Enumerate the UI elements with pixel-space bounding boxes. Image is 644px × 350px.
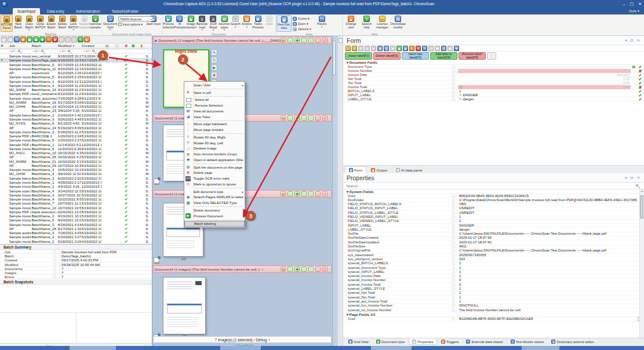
field-value-input[interactable]: M/d/yyyy <box>458 73 631 77</box>
thumbnails-scrollbar[interactable] <box>332 36 336 346</box>
form-toolbar-icon[interactable]: ✱ <box>435 46 440 51</box>
toolbar-icon[interactable]: ▢ <box>71 37 77 42</box>
ribbon-button[interactable]: ✱ Tasks Process <box>252 15 263 32</box>
ribbon-button[interactable]: ▣ Support request <box>79 15 90 32</box>
ribbon-button[interactable]: ▨ Actions ▾ <box>241 15 252 32</box>
view-option-button[interactable]: ▸ Cursor ▾ <box>293 16 314 21</box>
label-action-button[interactable]: Remove batch label[F5] <box>459 52 486 60</box>
table-row[interactable]: Sample workin... BatchName_2 6/10/2021 3… <box>0 235 152 239</box>
document-action-icon[interactable]: ✚ <box>294 191 300 196</box>
document-action-icon[interactable]: ▤ <box>281 267 286 272</box>
field-value-input[interactable]: ✎ danger <box>458 97 631 101</box>
form-toolbar-icon[interactable]: A <box>422 46 427 51</box>
ribbon-button[interactable]: ▤ ChronoScan credits <box>390 15 406 32</box>
ribbon-button[interactable]: ✘ Delete Batch <box>57 15 68 32</box>
document-action-icon[interactable]: ✚ <box>294 267 300 272</box>
thumbnail-tool-icon[interactable]: ▶ <box>211 64 217 71</box>
ribbon-button[interactable]: ▣ Lock BATCH ▾ <box>68 15 79 32</box>
table-row[interactable]: Sample invoic... BatchName_6 11/3/2022 6… <box>0 147 152 151</box>
table-row[interactable]: AP BatchName_26 10/7/2022 10:3... 5/19/2… <box>0 163 152 167</box>
scroll-up-icon[interactable]: ▲ <box>640 189 643 194</box>
field-value-input[interactable]: ▮ <box>458 89 631 93</box>
panel-tab[interactable]: ▦ Form <box>345 166 366 173</box>
batch-table-header[interactable]: ✱ Job Batch Modified ▼ Created ▤ ▢ ⊘ ▣ ▮ <box>0 43 152 49</box>
table-row[interactable]: Sample invoic... BatchName_3 9/26/2023 4… <box>0 117 152 121</box>
table-row[interactable]: Sample invoic... BatchName_4 5/18/2023 1… <box>0 130 152 134</box>
document-action-icon[interactable]: ▢ <box>315 267 321 272</box>
bottom-tab[interactable]: ▢ External data viewer <box>463 338 506 345</box>
table-row[interactable]: ► Sample invoic... DemoTags_batch1 9/18/… <box>0 58 152 62</box>
document-action-icon[interactable]: ↔ <box>288 191 293 196</box>
document-action-icon[interactable]: ↓ <box>301 38 307 43</box>
document-action-icon[interactable]: ∅ <box>322 115 328 121</box>
minimize-button[interactable]: – <box>623 2 625 6</box>
document4-header[interactable]: Document4 (1 images) (The field Invoice … <box>153 265 332 273</box>
table-row[interactable]: Sample invoic... BatchName_5 8/24/2021 1… <box>0 218 152 222</box>
table-row[interactable]: Sample invoic... BatchName_4 10/27/2021 … <box>0 193 152 197</box>
ribbon-button[interactable]: Y Search ▾ <box>230 15 241 32</box>
table-row[interactable]: Sample invoic... BatchName_5 9/12/2025 2… <box>0 75 152 79</box>
table-row[interactable]: Sample invoic... BatchName_3 8/18/2021 4… <box>0 223 152 227</box>
style-dropdown[interactable]: Style ▾ <box>629 9 639 13</box>
form-toolbar-icon[interactable]: ▸ <box>352 46 357 51</box>
menu-item[interactable]: ▧ Split the document on this page <box>184 165 245 170</box>
search-input[interactable] <box>345 183 624 189</box>
form-field-row[interactable]: LABEL_STYLE ▢ ✎ danger ✔ <box>343 97 644 101</box>
menu-item[interactable]: Batch labeling <box>184 221 245 227</box>
toolbar-icon[interactable]: ▢ <box>59 37 64 42</box>
document-action-icon[interactable]: ↑ <box>308 38 314 43</box>
menu-item[interactable]: ◪ View Titles <box>184 114 245 120</box>
view-option-button[interactable]: ✱ Options ▾ <box>293 27 314 31</box>
table-row[interactable]: Sample scan t... BatchName_4 3/14/2022 1… <box>0 189 152 193</box>
panel-window-tools[interactable]: ▾ ⊡ ✕ <box>625 173 641 183</box>
ribbon-button[interactable]: ● Download examples <box>90 15 101 32</box>
form-toolbar-icon[interactable]: ▢ <box>428 46 434 51</box>
document-action-icon[interactable]: ∅ <box>322 267 328 272</box>
menu-item[interactable]: Remove Selection <box>184 103 245 108</box>
form-toolbar-icon[interactable]: ▴ <box>365 46 370 51</box>
form-toolbar-icon[interactable]: ◆ <box>447 46 453 51</box>
bottom-tab[interactable]: ▦ Grid View <box>345 338 372 345</box>
document-action-icon[interactable]: ↔ <box>288 115 293 121</box>
label-action-button[interactable]: batch has label[F3] <box>402 52 429 60</box>
view-option-button[interactable]: ◎ Zoom ▾ <box>293 21 314 26</box>
bottom-tab[interactable]: ◆ Dictionary actions editor <box>548 338 597 345</box>
panel-window-tools[interactable]: ▾ ⊡ ✕ <box>625 36 641 45</box>
panels-button[interactable]: ▢ Panels ▾ <box>315 15 329 32</box>
bottom-tab[interactable]: ✚ Triggers <box>438 338 463 345</box>
toolbar-icon[interactable]: ✘ <box>52 37 58 42</box>
ribbon-button[interactable]: A OCR Read ▾ <box>208 15 219 32</box>
table-row[interactable]: MJ_ANRM BatchName_16 5/17/2024 9:34... 5… <box>0 100 152 104</box>
table-row[interactable]: Sample invoic... BatchName_10 10/7/2021 … <box>0 206 152 210</box>
label-action-button[interactable]: Add label to batch[F4] <box>430 52 457 60</box>
table-row[interactable]: AP BatchName_25 10/10/2022 4:2... 5/19/2… <box>0 155 152 159</box>
toolbar-icon[interactable]: ✚ <box>39 37 45 42</box>
menu-item[interactable]: ▤ View all documents <box>184 108 245 114</box>
ribbon-tab[interactable]: Data entry <box>42 8 69 14</box>
document-action-icon[interactable]: ↔ <box>288 267 293 272</box>
document-action-icon[interactable]: ↑ <box>308 267 314 272</box>
table-row[interactable]: MJ_ANLC BatchName_10 10/10/2022 4:3... 5… <box>0 151 152 155</box>
ribbon-tab[interactable]: Scan/Input <box>13 8 40 14</box>
table-row[interactable]: Sample invoic... BatchName_2 5/18/2021 3… <box>0 239 152 243</box>
menu-item[interactable]: ↑ Move page backward <box>184 122 245 127</box>
toolbar-icon[interactable]: ↻ <box>14 37 20 42</box>
ribbon-button[interactable]: ? Search help <box>359 15 374 32</box>
menu-item[interactable]: OCR Toggle OCR error mark <box>184 176 245 181</box>
table-row[interactable]: Sample workin... BatchName_3 7/28/2021 4… <box>0 231 152 235</box>
table-row[interactable]: Sample invoic... BatchName_7 10/7/2021 1… <box>0 201 152 205</box>
form-toolbar-icon[interactable]: ▥ <box>384 46 389 51</box>
ribbon-button[interactable]: ▣ Export Batch <box>46 15 57 32</box>
table-row[interactable]: Sample invoic... BatchName_1 9/12/2025 1… <box>0 79 152 83</box>
table-row[interactable]: Sample invoic... BatchName_11 9/16/2025 … <box>0 67 152 71</box>
table-row[interactable]: Sample PDF d... BARCODE 1 1/20/2023 2:34… <box>0 134 152 138</box>
form-toolbar-icon[interactable]: ▤ <box>441 46 446 51</box>
document-action-icon[interactable]: ↑ <box>308 191 314 196</box>
maximize-button[interactable]: ▢ <box>630 2 634 6</box>
form-toolbar-icon[interactable]: ✎ <box>358 46 363 51</box>
panel-tab[interactable]: ▣ Output <box>367 166 391 173</box>
document-action-icon[interactable]: ✚ <box>294 38 300 43</box>
field-value-input[interactable]: ✎ DANGER <box>458 93 631 97</box>
ribbon-tab[interactable]: Tasks/HotFolder <box>107 8 143 14</box>
toolbar-icon[interactable]: ◔ <box>46 37 52 42</box>
